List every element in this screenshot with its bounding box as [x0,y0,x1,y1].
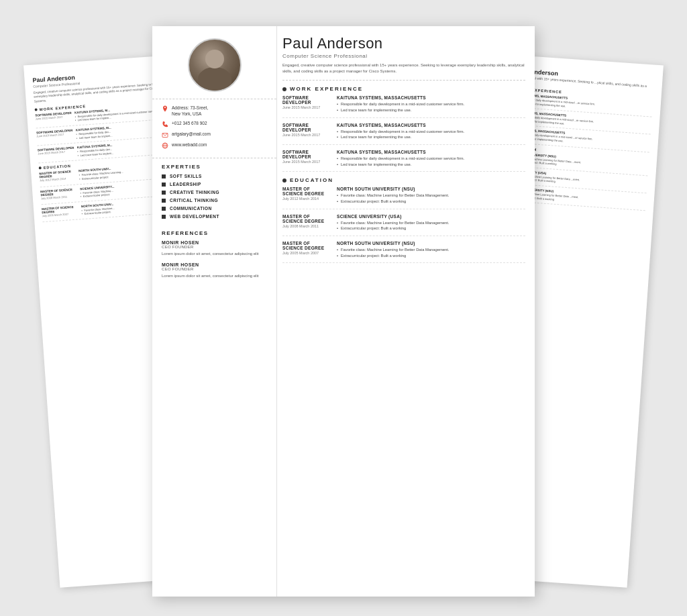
name-block: Paul Anderson Computer Science Professio… [282,36,525,81]
experties-section: EXPERTIES SOFT SKILLS LEADERSHIP CREATIV… [152,158,276,225]
resume-summary: Engaged, creative computer science profe… [282,62,525,74]
e3-dates: July 2005 March 2007 [282,251,333,255]
ref1-name: MONIR HOSEN [162,240,267,245]
email-text: artgalary@mail.com [172,131,211,137]
e2-degree: MASTER OFSCIENCE DEGREE [282,214,333,223]
location-icon [162,105,168,112]
e1-school: NORTH SOUTH UNIVERSITY (NSU) [337,187,525,191]
phone-icon [162,121,168,127]
e3-bullet-2: Extracurricular project: Built a working [337,253,525,259]
skill-creative-thinking: CREATIVE THINKING [162,190,267,195]
work-entry-1: SOFTWARE DEVELOPER June 2015 March 2017 … [282,95,525,117]
w1-bullet-2: Led trace team for implementing the use. [337,107,525,113]
experties-title: EXPERTIES [162,164,267,170]
skill-bullet-6 [162,215,166,219]
ref1-text: Lorem ipsum dolor sit amet, consectetur … [162,251,267,256]
resume-right-column: Paul Anderson Computer Science Professio… [276,26,535,597]
e3-school: NORTH SOUTH UNIVERSITY (NSU) [337,241,525,246]
edu-entry-2: MASTER OFSCIENCE DEGREE July 2008 March … [282,214,525,236]
ref2-text: Lorem ipsum dolor sit amet, consectetur … [162,273,267,278]
left-edu-dot [39,167,42,170]
skill-label-6: WEB DEVELOPMENT [170,214,219,219]
w2-dates: June 2015 March 2017 [282,133,333,137]
website-text: www.webadd.com [172,142,207,148]
resume-profession: Computer Science Professional [282,53,525,59]
references-title: REFERENCES [162,230,267,236]
education-section: EDUCATION MASTER OFSCIENCE DEGREE July 2… [282,177,525,263]
resume-left-column: Address: 73-Sreet,New York, USA +012 345… [152,26,276,597]
skill-web-development: WEB DEVELOPMENT [162,214,267,219]
skill-label-4: CRITICAL THINKING [170,198,218,203]
w3-job-title: SOFTWARE DEVELOPER [282,150,333,159]
w1-job-title: SOFTWARE DEVELOPER [282,95,333,105]
e1-dates: July 2012 March 2014 [282,197,333,201]
w1-company: KAITUNA SYSTEMS, MASSACHUSETTS [337,95,525,100]
skill-bullet-2 [162,183,166,187]
reference-2: MONIR HOSEN CEO FOUNDER Lorem ipsum dolo… [162,262,267,278]
website-icon [162,142,168,149]
edu-dot [282,178,286,183]
skill-bullet-1 [162,174,166,178]
e2-bullet-2: Extracurricular project: Built a working [337,225,525,232]
email-icon [162,132,168,138]
w3-bullet-2: Led trace team for implementing the use. [337,162,525,168]
w2-company: KAITUNA SYSTEMS, MASSACHUSETTS [337,123,525,127]
ref2-name: MONIR HOSEN [162,262,267,267]
phone-text: +012 345 678 902 [172,120,207,126]
w1-bullet-1: Responsible for daily development in a m… [337,101,525,107]
w3-dates: June 2015 March 2017 [282,160,333,164]
e2-school: SCIENCE UNIVERSITY (USA) [337,214,525,219]
skill-label-2: LEADERSHIP [170,182,201,187]
work-entry-3: SOFTWARE DEVELOPER June 2015 March 2017 … [282,150,525,172]
work-experience-heading: WORK EXPERIENCE [282,86,525,92]
resume-name: Paul Anderson [282,36,525,52]
w2-bullet-2: Led trace team for implementing the use. [337,134,525,140]
skill-bullet-5 [162,207,166,211]
e3-bullet-1: Favorite class: Machine Learning for Bet… [337,247,525,253]
avatar [188,38,242,92]
work-dot [282,87,286,91]
left-work-dot [35,108,38,111]
w3-company: KAITUNA SYSTEMS, MASSACHUSETTS [337,150,525,154]
skill-critical-thinking: CRITICAL THINKING [162,198,267,203]
skill-soft-skills: SOFT SKILLS [162,174,267,178]
e1-bullet-2: Extracurricular project: Built a working [337,199,525,205]
e2-bullet-1: Favorite class: Machine Learning for Bet… [337,220,525,226]
w3-bullet-1: Responsible for daily development in a m… [337,156,525,162]
skill-label-1: SOFT SKILLS [170,174,202,178]
e2-dates: July 2008 March 2011 [282,224,333,228]
avatar-wrap [152,26,276,99]
skill-label-3: CREATIVE THINKING [170,190,219,195]
resume-center: Address: 73-Sreet,New York, USA +012 345… [152,26,535,597]
contact-website: www.webadd.com [162,142,267,149]
skill-bullet-4 [162,199,166,203]
skill-bullet-3 [162,191,166,195]
w2-bullet-1: Responsible for daily development in a m… [337,129,525,135]
edu-entry-3: MASTER OFSCIENCE DEGREE July 2005 March … [282,241,525,263]
contact-info: Address: 73-Sreet,New York, USA +012 345… [152,99,276,158]
skill-communication: COMMUNICATION [162,206,267,211]
address-text: Address: 73-Sreet,New York, USA [172,105,208,117]
skill-leadership: LEADERSHIP [162,182,267,187]
edu-entry-1: MASTER OFSCIENCE DEGREE July 2012 March … [282,187,525,209]
ref1-role: CEO FOUNDER [162,245,267,249]
references-section: REFERENCES MONIR HOSEN CEO FOUNDER Lorem… [152,225,276,287]
skill-label-5: COMMUNICATION [170,206,212,211]
work-experience-section: WORK EXPERIENCE SOFTWARE DEVELOPER June … [282,86,525,172]
e1-bullet-1: Favorite class: Machine Learning for Bet… [337,193,525,199]
ref2-role: CEO FOUNDER [162,267,267,271]
w2-job-title: SOFTWARE DEVELOPER [282,123,333,132]
work-entry-2: SOFTWARE DEVELOPER June 2015 March 2017 … [282,123,525,145]
contact-email: artgalary@mail.com [162,131,267,138]
contact-phone: +012 345 678 902 [162,120,267,127]
e1-degree: MASTER OFSCIENCE DEGREE [282,187,333,196]
education-heading: EDUCATION [282,177,525,183]
contact-address: Address: 73-Sreet,New York, USA [162,105,267,117]
w1-dates: June 2015 March 2017 [282,105,333,109]
reference-1: MONIR HOSEN CEO FOUNDER Lorem ipsum dolo… [162,240,267,256]
e3-degree: MASTER OFSCIENCE DEGREE [282,241,333,250]
scene: Paul Anderson Computer Science Professio… [42,19,645,597]
